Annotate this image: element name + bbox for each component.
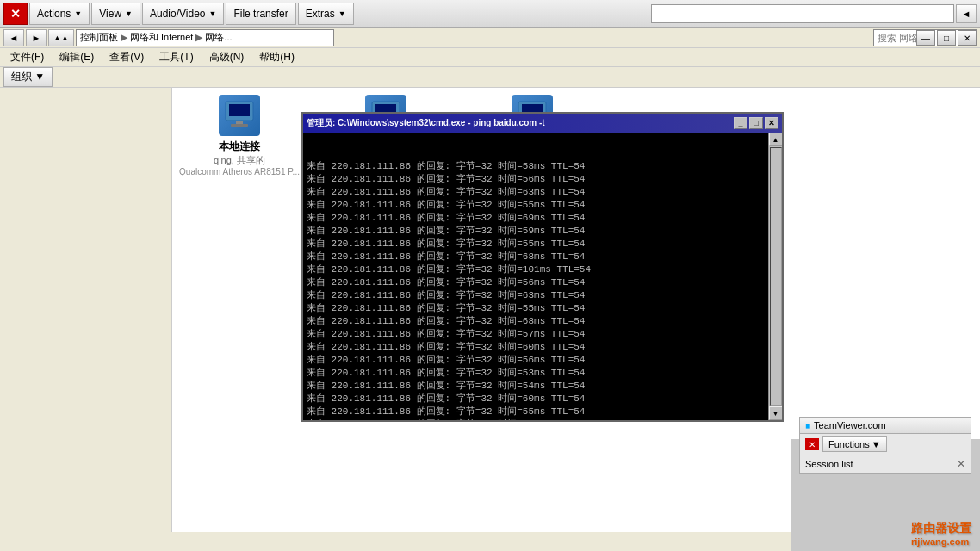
actions-label: Actions [37,8,71,20]
cmd-line: 来自 220.181.111.86 的回复: 字节=32 时间=53ms TTL… [307,418,763,420]
close-button[interactable]: ✕ [958,30,977,46]
view-label: View [99,8,121,20]
audiovideo-button[interactable]: Audio/Video ▼ [142,3,224,25]
cmd-line: 来自 220.181.111.86 的回复: 字节=32 时间=55ms TTL… [307,199,763,212]
breadcrumb-part2: 网络和 Internet [130,31,193,44]
cmd-line: 来自 220.181.111.86 的回复: 字节=32 时间=60ms TTL… [307,341,763,354]
menu-edit[interactable]: 编辑(E) [53,48,101,66]
cmd-titlebar: 管理员: C:\Windows\system32\cmd.exe - ping … [303,114,782,133]
cmd-line: 来自 220.181.111.86 的回复: 字节=32 时间=55ms TTL… [307,406,763,418]
svg-rect-2 [236,121,243,124]
cmd-line: 来自 220.181.111.86 的回复: 字节=32 时间=55ms TTL… [307,238,763,251]
address-bar[interactable] [651,4,954,23]
view-arrow: ▼ [125,9,133,18]
explorer-nav: ◄ ► ▲▲ 控制面板 ▶ 网络和 Internet ▶ 网络... [0,28,980,48]
tv-panel-header: ■ TeamViewer.com [800,418,971,434]
watermark-subtext: rijiwang.com [911,536,971,547]
breadcrumb-part1: 控制面板 [80,31,118,44]
extras-arrow: ▼ [338,9,346,18]
toolbar-row: 组织 ▼ [0,67,980,88]
menu-advanced[interactable]: 高级(N) [202,48,251,66]
local-connection-status: qing, 共享的 [214,154,265,167]
tv-panel-functions-row: ✕ Functions ▼ [800,434,971,455]
cmd-window: 管理员: C:\Windows\system32\cmd.exe - ping … [301,112,784,422]
menu-bar: 文件(F) 编辑(E) 查看(V) 工具(T) 高级(N) 帮助(H) [0,48,980,67]
tv-panel: ■ TeamViewer.com ✕ Functions ▼ Session l… [799,417,971,474]
cmd-scrollbar[interactable]: ▲ ▼ [768,133,782,420]
extras-button[interactable]: Extras ▼ [298,3,354,25]
cmd-title: 管理员: C:\Windows\system32\cmd.exe - ping … [307,117,545,129]
cmd-scroll-up[interactable]: ▲ [769,133,783,146]
organize-button[interactable]: 组织 ▼ [3,67,53,87]
tv-toolbar: ✕ Actions ▼ View ▼ Audio/Video ▼ File tr… [0,0,980,28]
tv-close-button[interactable]: ✕ [3,3,28,25]
extras-label: Extras [306,8,335,20]
tv-panel-title: TeamViewer.com [814,420,886,430]
breadcrumb: 控制面板 ▶ 网络和 Internet ▶ 网络... [76,29,334,46]
cmd-scroll-thumb[interactable] [770,147,782,406]
back-button[interactable]: ◄ [3,29,24,46]
cmd-line: 来自 220.181.111.86 的回复: 字节=32 时间=60ms TTL… [307,393,763,406]
tv-panel-close-button[interactable]: ✕ [805,438,819,450]
cmd-maximize-button[interactable]: □ [749,117,763,129]
cmd-line: 来自 220.181.111.86 的回复: 字节=32 时间=56ms TTL… [307,354,763,367]
cmd-line: 来自 220.181.111.86 的回复: 字节=32 时间=58ms TTL… [307,160,763,173]
local-icon-img [219,95,260,136]
filetransfer-label: File transfer [233,8,288,20]
cmd-line: 来自 220.181.111.86 的回复: 字节=32 时间=69ms TTL… [307,212,763,225]
view-button[interactable]: View ▼ [91,3,140,25]
breadcrumb-sep2: ▶ [195,32,202,43]
filetransfer-button[interactable]: File transfer [226,3,295,25]
nav-back-button[interactable]: ◄ [956,4,977,23]
breadcrumb-sep1: ▶ [121,32,127,43]
forward-button[interactable]: ► [26,29,47,46]
cmd-line: 来自 220.181.111.86 的回复: 字节=32 时间=59ms TTL… [307,225,763,238]
left-panel [0,88,172,532]
audiovideo-label: Audio/Video [150,8,206,20]
window-controls: — □ ✕ [916,30,977,46]
cmd-line: 来自 220.181.111.86 的回复: 字节=32 时间=68ms TTL… [307,251,763,263]
tv-session-list-label: Session list [805,459,853,469]
menu-file[interactable]: 文件(F) [3,48,51,66]
cmd-minimize-button[interactable]: _ [734,117,747,129]
cmd-line: 来自 220.181.111.86 的回复: 字节=32 时间=53ms TTL… [307,367,763,380]
cmd-line: 来自 220.181.111.86 的回复: 字节=32 时间=57ms TTL… [307,328,763,341]
cmd-line: 来自 220.181.111.86 的回复: 字节=32 时间=101ms TT… [307,263,763,276]
cmd-close-button[interactable]: ✕ [765,117,778,129]
cmd-scroll-down[interactable]: ▼ [769,406,783,420]
tv-functions-arrow: ▼ [871,439,881,449]
minimize-button[interactable]: — [916,30,935,46]
watermark: 路由器设置 rijiwang.com [911,521,971,547]
cmd-text-area: 来自 220.181.111.86 的回复: 字节=32 时间=58ms TTL… [307,134,763,420]
local-connection-icon [219,95,260,136]
cmd-line: 来自 220.181.111.86 的回复: 字节=32 时间=55ms TTL… [307,302,763,315]
maximize-button[interactable]: □ [937,30,956,46]
actions-button[interactable]: Actions ▼ [29,3,90,25]
tv-functions-button[interactable]: Functions ▼ [822,436,887,452]
cmd-titlebar-buttons: _ □ ✕ [734,117,778,129]
local-connection-name: 本地连接 [219,139,260,154]
menu-tools[interactable]: 工具(T) [152,48,200,66]
up-button[interactable]: ▲▲ [48,29,74,46]
cmd-line: 来自 220.181.111.86 的回复: 字节=32 时间=63ms TTL… [307,186,763,199]
cmd-line: 来自 220.181.111.86 的回复: 字节=32 时间=54ms TTL… [307,380,763,393]
actions-arrow: ▼ [74,9,82,18]
network-item-local[interactable]: 本地连接 qing, 共享的 Qualcomm Atheros AR8151 P… [179,95,300,525]
local-connection-adapter: Qualcomm Atheros AR8151 P... [179,167,300,176]
breadcrumb-part3: 网络... [205,31,232,44]
audiovideo-arrow: ▼ [209,9,217,18]
svg-rect-3 [231,124,248,127]
tv-session-list-row: Session list ✕ [800,455,971,473]
cmd-line: 来自 220.181.111.86 的回复: 字节=32 时间=56ms TTL… [307,276,763,289]
tv-session-close-button[interactable]: ✕ [957,458,965,470]
cmd-line: 来自 220.181.111.86 的回复: 字节=32 时间=63ms TTL… [307,289,763,302]
svg-rect-1 [229,104,250,116]
tv-functions-label: Functions [828,439,870,449]
menu-help[interactable]: 帮助(H) [252,48,301,66]
cmd-content: 来自 220.181.111.86 的回复: 字节=32 时间=58ms TTL… [303,133,782,420]
cmd-line: 来自 220.181.111.86 的回复: 字节=32 时间=68ms TTL… [307,315,763,328]
menu-view[interactable]: 查看(V) [102,48,151,66]
watermark-text: 路由器设置 [911,521,971,536]
cmd-line: 来自 220.181.111.86 的回复: 字节=32 时间=56ms TTL… [307,173,763,186]
